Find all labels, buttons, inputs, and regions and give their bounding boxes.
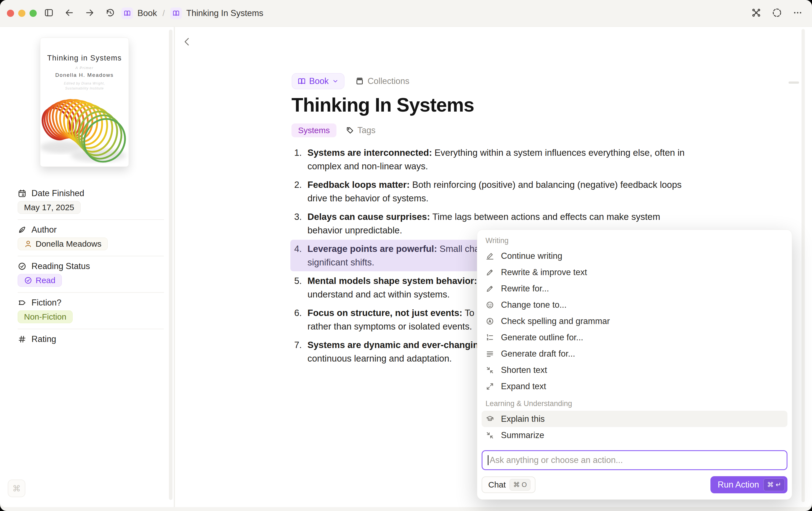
menu-item-rewrite-for[interactable]: Rewrite for... [482, 280, 787, 297]
menu-item-generate-outline[interactable]: Generate outline for... [482, 329, 787, 346]
tags-button[interactable]: Tags [346, 126, 375, 135]
field-reading-status: Reading Status [18, 261, 164, 271]
selection-circle-icon[interactable] [772, 7, 782, 19]
book-icon [297, 77, 306, 85]
menu-item-continue-writing[interactable]: Continue writing [482, 248, 787, 264]
menu-item-expand-text[interactable]: Expand text [482, 378, 787, 395]
field-label: Rating [31, 334, 56, 344]
tag-systems[interactable]: Systems [291, 124, 337, 137]
toggle-sidebar-icon[interactable] [44, 8, 54, 19]
date-text: May 17, 2025 [24, 203, 74, 212]
archive-box-icon [355, 77, 364, 85]
book-properties: Date Finished May 17, 2025 Author Donell… [18, 188, 164, 344]
field-label: Author [31, 225, 57, 235]
divider [18, 292, 164, 293]
tag-icon [346, 126, 354, 135]
menu-item-label: Continue writing [501, 251, 562, 261]
cover-title: Thinking in Systems [40, 54, 128, 62]
chat-button[interactable]: Chat ⌘ O [482, 477, 535, 493]
reading-status-value[interactable]: Read [18, 274, 62, 287]
titlebar: Book / Thinking In Systems [0, 0, 812, 27]
list-text: Feedback loops matter: Both reinforcing … [308, 178, 696, 205]
close-window-button[interactable] [7, 10, 14, 17]
chevron-down-icon [332, 78, 339, 84]
menu-item-label: Rewrite & improve text [501, 267, 587, 277]
traffic-lights [7, 10, 37, 17]
minimize-window-button[interactable] [18, 10, 25, 17]
collections-button[interactable]: Collections [355, 76, 410, 86]
check-circle-icon [18, 262, 27, 271]
run-action-label: Run Action [718, 480, 759, 490]
menu-item-generate-draft[interactable]: Generate draft for... [482, 346, 787, 362]
reading-status-text: Read [36, 276, 56, 285]
pen-line-icon [486, 252, 494, 260]
list-number: 1. [294, 146, 308, 173]
ai-input-wrap [482, 450, 787, 470]
outline-indicator[interactable] [788, 81, 799, 84]
shrink-icon [486, 366, 494, 374]
command-icon: ⌘ [12, 484, 21, 493]
ordered-list-icon [486, 333, 494, 342]
breadcrumb-parent[interactable]: Book [138, 8, 157, 18]
forward-arrow-icon[interactable] [85, 8, 94, 19]
author-value[interactable]: Donella Meadows [18, 238, 108, 250]
menu-item-label: Expand text [501, 381, 546, 392]
date-finished-value[interactable]: May 17, 2025 [18, 201, 81, 214]
text-lines-icon [486, 350, 494, 358]
chevron-left-icon[interactable] [182, 37, 192, 48]
ai-prompt-input[interactable] [482, 450, 787, 470]
cover-subtitle: A Primer [40, 66, 128, 70]
cover-author: Donella H. Meadows [40, 72, 128, 78]
back-arrow-icon[interactable] [65, 8, 74, 19]
collections-label: Collections [368, 76, 410, 86]
sidebar-scrollbar[interactable] [169, 30, 173, 500]
run-action-shortcut-badge: ⌘ ↵ [763, 478, 785, 491]
more-options-icon[interactable] [793, 8, 803, 19]
run-action-button[interactable]: Run Action ⌘ ↵ [710, 476, 787, 493]
share-nodes-icon[interactable] [751, 8, 761, 19]
book-cover[interactable]: Thinking in Systems A Primer Donella H. … [40, 37, 129, 167]
menu-item-change-tone[interactable]: Change tone to... [482, 297, 787, 313]
circle-a-icon [486, 317, 494, 325]
field-rating: Rating [18, 334, 164, 344]
list-number: 2. [294, 178, 308, 205]
quill-pen-icon [18, 225, 27, 234]
menu-item-label: Rewrite for... [501, 284, 549, 294]
text-caret [488, 455, 489, 465]
menu-item-explain-this[interactable]: Explain this [482, 411, 787, 427]
field-author: Author [18, 225, 164, 235]
menu-item-label: Summarize [501, 430, 544, 440]
list-number: 3. [294, 210, 308, 237]
menu-item-shorten-text[interactable]: Shorten text [482, 362, 787, 378]
graduation-cap-icon [486, 415, 494, 423]
popup-section-writing: Writing [486, 237, 787, 245]
main-scrollbar[interactable] [802, 29, 805, 502]
zoom-window-button[interactable] [30, 10, 37, 17]
breadcrumb-current[interactable]: Thinking In Systems [186, 8, 263, 18]
menu-item-check-spelling[interactable]: Check spelling and grammar [482, 313, 787, 329]
list-item[interactable]: 1.Systems are interconnected: Everything… [290, 144, 699, 175]
cover-institute: Sustainability Institute [40, 86, 128, 90]
menu-item-rewrite-improve[interactable]: Rewrite & improve text [482, 264, 787, 280]
fiction-value[interactable]: Non-Fiction [18, 311, 72, 323]
history-icon[interactable] [106, 8, 115, 19]
label-tag-icon [18, 298, 27, 307]
list-number: 6. [294, 306, 308, 333]
menu-item-label: Explain this [501, 414, 545, 424]
command-shortcut-button[interactable]: ⌘ [8, 480, 25, 497]
divider [18, 256, 164, 256]
slinky-illustration [40, 93, 129, 166]
popup-footer: Chat ⌘ O Run Action ⌘ ↵ [482, 476, 787, 493]
pencil-icon [486, 268, 494, 276]
document-type-pill[interactable]: Book [292, 73, 344, 89]
list-item[interactable]: 2.Feedback loops matter: Both reinforcin… [290, 176, 699, 207]
cover-edited-by: Edited by Diana Wright, [40, 81, 128, 85]
page-title[interactable]: Thinking In Systems [291, 94, 474, 116]
menu-item-label: Generate draft for... [501, 349, 575, 359]
ai-assistant-popup: Writing Continue writing Rewrite & impro… [477, 230, 792, 500]
pencil-icon [486, 285, 494, 293]
type-pill-label: Book [309, 76, 329, 86]
menu-item-label: Generate outline for... [501, 332, 583, 343]
breadcrumb-separator: / [162, 8, 166, 18]
menu-item-summarize[interactable]: Summarize [482, 427, 787, 443]
